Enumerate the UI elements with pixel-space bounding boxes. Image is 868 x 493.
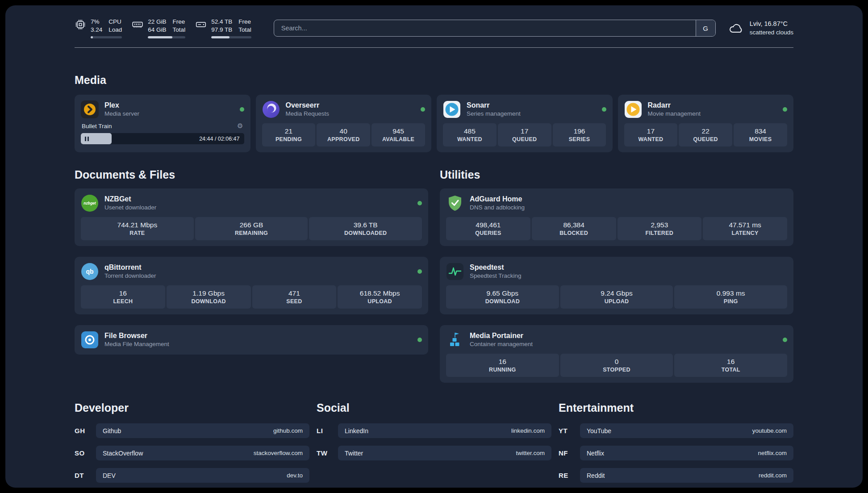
- stat-value: 16: [83, 289, 163, 298]
- app-card-overseerr[interactable]: Overseerr Media Requests 21 PENDING 40 A…: [256, 95, 432, 152]
- app-card-filebrowser[interactable]: File Browser Media File Management: [75, 325, 428, 355]
- stat-tile: 196 SERIES: [553, 123, 606, 146]
- bookmarks-social: Social LI LinkedIn linkedin.com TW Twitt…: [317, 401, 551, 483]
- stat-tile: 266 GB REMAINING: [195, 217, 308, 240]
- stat-label: AVAILABLE: [373, 136, 423, 143]
- stat-value: 0.993 ms: [676, 289, 785, 298]
- cpu-load-value: 3.24: [91, 26, 102, 34]
- stat-value: 471: [254, 289, 335, 298]
- disk-progress-bar: [211, 36, 251, 38]
- stat-value: 22: [680, 127, 730, 136]
- search-engine-button[interactable]: G: [696, 20, 715, 36]
- stat-tile: 16 TOTAL: [674, 354, 787, 377]
- section-title-developer: Developer: [75, 401, 309, 414]
- media-row: Plex Media server Bullet Train ⚙ 24:44 /…: [75, 95, 793, 152]
- app-name: Radarr: [648, 101, 701, 110]
- app-desc: Movie management: [648, 110, 701, 118]
- stat-label: STOPPED: [562, 366, 672, 374]
- disk-label-bottom: Total: [238, 26, 251, 34]
- app-card-speedtest[interactable]: Speedtest Speedtest Tracking 9.65 Gbps D…: [440, 257, 793, 314]
- app-card-radarr[interactable]: Radarr Movie management 17 WANTED 22 QUE…: [618, 95, 794, 152]
- app-name: Overseerr: [286, 101, 330, 110]
- stat-value: 39.6 TB: [311, 221, 420, 230]
- cpu-progress-bar: [91, 36, 122, 38]
- stat-tile: 86,384 BLOCKED: [532, 217, 616, 240]
- search-bar: G: [274, 20, 716, 37]
- bookmark-name: Netflix: [587, 450, 604, 457]
- section-title-entertainment: Entertainment: [559, 401, 793, 414]
- bookmark-github[interactable]: GH Github github.com: [75, 423, 309, 438]
- stat-label: SEED: [254, 298, 335, 305]
- section-title-utilities: Utilities: [440, 168, 793, 181]
- stat-label: RUNNING: [448, 366, 557, 374]
- documents-column: Documents & Files nzbget NZBGet U: [75, 152, 428, 383]
- disk-widget: 52.4 TB 97.9 TB Free Total: [195, 18, 251, 38]
- stat-tile: 485 WANTED: [443, 123, 497, 146]
- status-dot: [417, 338, 422, 342]
- app-desc: Media server: [104, 110, 139, 118]
- app-desc: Container management: [470, 340, 533, 348]
- weather-condition: scattered clouds: [750, 29, 793, 37]
- stat-label: WANTED: [445, 136, 495, 143]
- ram-total-value: 64 GiB: [148, 26, 166, 34]
- bookmarks-entertainment: Entertainment YT YouTube youtube.com NF …: [559, 401, 793, 483]
- search-input[interactable]: [274, 20, 696, 36]
- stat-value: 266 GB: [197, 221, 306, 230]
- app-desc: Usenet downloader: [104, 204, 156, 212]
- stat-value: 17: [500, 127, 550, 136]
- stat-value: 40: [318, 127, 368, 136]
- stat-label: DOWNLOADED: [311, 230, 420, 237]
- playback-progress-bar[interactable]: 24:44 / 02:06:47: [81, 133, 244, 144]
- bookmark-name: YouTube: [587, 427, 611, 435]
- app-card-qbittorrent[interactable]: qb qBittorrent Torrent downloader 16 LEE…: [75, 257, 428, 314]
- bookmark-url: stackoverflow.com: [254, 450, 303, 456]
- bookmark-netflix[interactable]: NF Netflix netflix.com: [559, 446, 793, 460]
- ram-label-top: Free: [173, 18, 186, 26]
- app-name: Plex: [104, 101, 139, 110]
- stat-label: UPLOAD: [339, 298, 420, 305]
- status-dot: [783, 338, 787, 342]
- bookmark-dev[interactable]: DT DEV dev.to: [75, 468, 309, 483]
- app-card-portainer[interactable]: Media Portainer Container management 16 …: [440, 325, 793, 383]
- app-card-adguard[interactable]: AdGuard Home DNS and adblocking 498,461 …: [440, 188, 793, 246]
- bookmark-abbr: TW: [317, 449, 338, 457]
- bookmark-twitter[interactable]: TW Twitter twitter.com: [317, 446, 551, 460]
- bookmark-name: DEV: [103, 472, 116, 479]
- stat-label: FILTERED: [619, 230, 700, 237]
- stat-tile: 744.21 Mbps RATE: [81, 217, 194, 240]
- bookmark-name: Reddit: [587, 472, 605, 479]
- stat-label: BLOCKED: [534, 230, 614, 237]
- stat-value: 618.52 Mbps: [339, 289, 420, 298]
- svg-text:nzbget: nzbget: [83, 201, 96, 205]
- pause-icon[interactable]: [85, 137, 89, 141]
- qbittorrent-icon: qb: [81, 263, 99, 280]
- stat-tile: 0 STOPPED: [560, 354, 673, 377]
- app-name: qBittorrent: [104, 263, 156, 272]
- stat-label: WANTED: [626, 136, 676, 143]
- status-dot: [417, 269, 422, 274]
- cpu-label-bottom: Load: [108, 26, 122, 34]
- top-bar: 7% 3.24 CPU Load: [75, 5, 793, 38]
- stat-tile: 498,461 QUERIES: [446, 217, 530, 240]
- bookmark-url: netflix.com: [758, 450, 787, 456]
- bookmark-stackoverflow[interactable]: SO StackOverflow stackoverflow.com: [75, 446, 309, 460]
- bookmark-abbr: YT: [559, 427, 580, 435]
- app-desc: Torrent downloader: [104, 272, 156, 280]
- app-card-sonarr[interactable]: Sonarr Series management 485 WANTED 17 Q…: [437, 95, 613, 152]
- ram-icon: [132, 19, 143, 30]
- bookmark-youtube[interactable]: YT YouTube youtube.com: [559, 423, 793, 438]
- gear-icon[interactable]: ⚙: [237, 122, 243, 130]
- utilities-column: Utilities AdGuard Home DNS and a: [440, 152, 793, 383]
- stat-tile: 618.52 Mbps UPLOAD: [338, 285, 422, 309]
- stat-label: APPROVED: [318, 136, 368, 143]
- bookmark-reddit[interactable]: RE Reddit reddit.com: [559, 468, 793, 483]
- bookmark-name: StackOverflow: [103, 450, 143, 457]
- app-name: Media Portainer: [470, 331, 533, 340]
- bookmark-name: LinkedIn: [345, 427, 368, 435]
- bookmark-linkedin[interactable]: LI LinkedIn linkedin.com: [317, 423, 551, 438]
- stat-value: 485: [445, 127, 495, 136]
- app-card-nzbget[interactable]: nzbget NZBGet Usenet downloader 744.21 M…: [75, 188, 428, 246]
- ram-progress-bar: [148, 36, 185, 38]
- app-card-plex[interactable]: Plex Media server Bullet Train ⚙ 24:44 /…: [75, 95, 250, 152]
- bookmark-url: dev.to: [287, 472, 303, 479]
